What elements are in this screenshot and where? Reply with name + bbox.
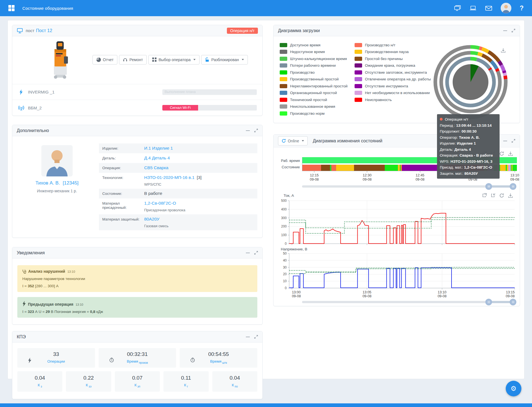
current-chart[interactable]: 0100200300400500	[276, 198, 517, 246]
legend-label: Штучно-калькуляционное время	[290, 57, 347, 61]
operator-name[interactable]: Тихов А. В.[12345]	[15, 180, 99, 186]
voltage-chart[interactable]: 0102030405013:0009-0813:0509-0813:1009-0…	[276, 251, 517, 298]
detail-row: Операция:СВ5 Сварка	[99, 163, 257, 173]
status-badge: Операция н/т	[227, 28, 258, 34]
main-panel: пост Пост 12 Операция н/т ОтчетРемонтВыб…	[8, 20, 524, 379]
user-avatar[interactable]	[501, 3, 511, 13]
detail-value[interactable]: 80А20У	[144, 217, 160, 221]
slider-handle[interactable]	[510, 183, 516, 190]
svg-text:13:05: 13:05	[363, 290, 371, 294]
post-button[interactable]: Ремонт	[119, 55, 147, 64]
collapse-icon[interactable]	[503, 141, 507, 141]
legend-item[interactable]: Ожидание крана, погрузчика	[355, 63, 438, 68]
legend-item[interactable]: Потери рабочего времени	[280, 63, 352, 68]
progress-fill: Сигнал Wi-Fi	[162, 105, 198, 111]
legend-label: Неисправность	[365, 98, 392, 102]
refresh-icon[interactable]	[499, 151, 504, 156]
legend-item[interactable]: Производственная пауза	[355, 49, 438, 54]
expand-icon[interactable]	[254, 335, 258, 339]
svg-text:13:00: 13:00	[292, 290, 301, 294]
legend-item[interactable]: Неиспользованное время	[280, 104, 352, 109]
range-slider[interactable]	[302, 301, 513, 303]
svg-text:400: 400	[281, 207, 287, 211]
legend-swatch	[280, 91, 287, 95]
detail-value[interactable]: СВ5 Сварка	[144, 165, 168, 170]
detail-value[interactable]: 1,2-Св-08Г2С-О	[144, 201, 176, 205]
zoom-in-icon[interactable]	[482, 193, 487, 198]
detail-label: Операция:	[102, 165, 144, 170]
legend-swatch	[280, 43, 287, 47]
legend-item[interactable]: Производственный простой	[280, 77, 352, 82]
device-name[interactable]: ВБМ_2	[28, 106, 42, 110]
detail-row: Технология:НЗТО-01-2020-МП-16 в.1[3]WPS/…	[99, 173, 257, 189]
zoom-out-icon[interactable]	[491, 193, 495, 198]
settings-fab[interactable]: ⚙	[506, 381, 521, 396]
legend-item[interactable]: Нерегламентированный простой	[280, 83, 352, 88]
legend-item[interactable]: Производство н/т	[355, 42, 438, 47]
post-button[interactable]: Отчет	[92, 55, 117, 64]
help-icon[interactable]: ?	[520, 4, 524, 12]
download-icon[interactable]	[508, 193, 513, 198]
current-toolbar	[294, 192, 517, 198]
collapse-icon[interactable]	[246, 130, 250, 131]
legend-item[interactable]: Организационный простой	[280, 90, 352, 95]
legend-item[interactable]: Нет необходимости в использовании	[355, 90, 438, 95]
legend-label: Производство	[290, 70, 315, 75]
legend-item[interactable]: Доступное время	[280, 42, 352, 47]
refresh-icon[interactable]	[499, 193, 504, 198]
apps-menu-icon[interactable]	[8, 5, 15, 11]
slider-handle[interactable]	[485, 183, 492, 190]
kpi-tile: 00:32:31 Время произв	[99, 348, 176, 368]
legend-item[interactable]: Неисправность	[355, 97, 438, 102]
detail-value[interactable]: НЗТО-01-2020-МП-16 в.1	[144, 175, 194, 180]
expand-icon[interactable]	[254, 129, 258, 132]
online-dropdown[interactable]: Online	[278, 136, 308, 145]
legend-item[interactable]: Производство норм	[280, 111, 352, 116]
svg-text:09-08: 09-08	[438, 294, 446, 298]
svg-text:10: 10	[283, 279, 287, 283]
mail-icon[interactable]	[485, 4, 492, 12]
current-axis-label: Ток, А	[276, 193, 294, 198]
detail-row: Материал присадочный:1,2-Св-08Г2С-ОПриса…	[99, 198, 257, 214]
state-segment	[336, 165, 354, 171]
post-button[interactable]: Разблокирован	[201, 55, 248, 64]
gridsmall-icon	[152, 58, 156, 62]
legend-item[interactable]: Штучно-калькуляционное время	[280, 56, 352, 61]
legend-item[interactable]: Простой без причины	[355, 56, 438, 61]
expand-icon[interactable]	[254, 251, 258, 255]
extra-card: Дополнительно Тихов А. В.[12345] Инженер…	[12, 125, 263, 238]
download-icon[interactable]	[501, 48, 506, 53]
operator-role: Инженер-механик 1 р.	[15, 189, 99, 193]
state-segment	[500, 165, 506, 171]
legend-item[interactable]: Отсутствие заготовок, инструмента	[355, 70, 438, 75]
load-donut-chart[interactable]	[433, 44, 509, 120]
slider-handle[interactable]	[510, 299, 516, 305]
laptop-icon[interactable]	[469, 4, 477, 12]
operator-photo	[41, 145, 73, 176]
legend-item[interactable]: Отсутствие инструмента	[355, 83, 438, 88]
legend-item[interactable]: Недоступное время	[280, 49, 352, 54]
collapse-icon[interactable]	[503, 30, 507, 31]
detail-value[interactable]: И.1 Изделие 1	[144, 146, 173, 150]
legend-swatch	[355, 98, 362, 102]
svg-text:200: 200	[281, 224, 287, 228]
post-button[interactable]: Выбор оператора	[148, 55, 200, 64]
collapse-icon[interactable]	[246, 253, 250, 253]
detail-sub: WPS/СПС	[144, 182, 254, 186]
detail-value[interactable]: Д.4 Деталь 4	[144, 155, 170, 160]
download-icon[interactable]	[508, 151, 513, 156]
detail-value: В работе	[144, 191, 162, 196]
legend-item[interactable]: Производство	[280, 70, 352, 75]
legend-item[interactable]: Отвлечение оператора на др. работы	[355, 77, 438, 82]
legend-label: Производственный простой	[290, 77, 339, 81]
collapse-icon[interactable]	[246, 337, 250, 337]
slider-handle[interactable]	[485, 299, 492, 305]
detail-row: Изделие:И.1 Изделие 1	[99, 143, 257, 153]
expand-icon[interactable]	[512, 29, 515, 32]
post-name-link[interactable]: Пост 12	[36, 28, 52, 33]
device-name[interactable]: INVERMIG _1	[28, 90, 54, 94]
legend-item[interactable]: Технический простой	[280, 97, 352, 102]
displays-icon[interactable]	[454, 4, 461, 12]
range-slider[interactable]	[302, 185, 513, 188]
expand-icon[interactable]	[512, 139, 515, 143]
